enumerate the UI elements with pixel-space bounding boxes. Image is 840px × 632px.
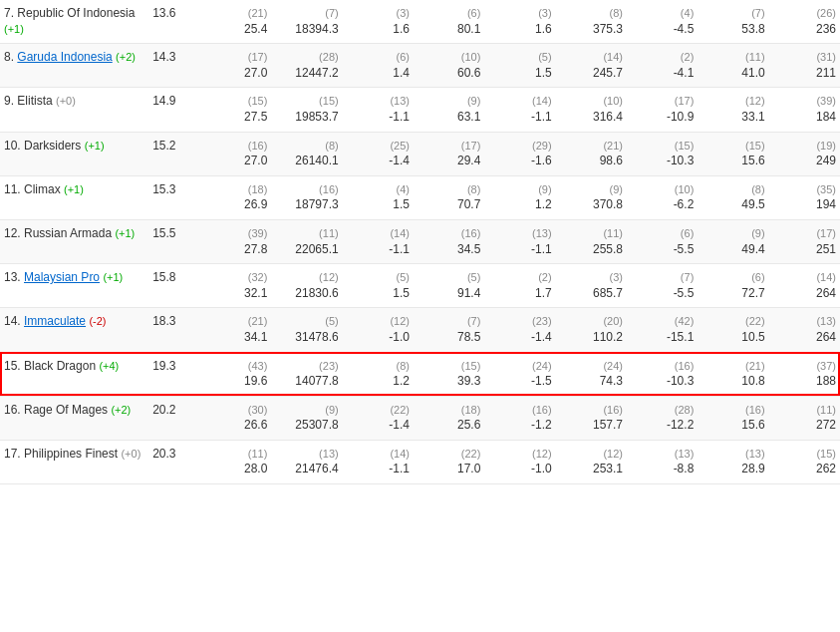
data-col-3: (13)-1.1: [343, 88, 414, 132]
data-col-7: (16)-10.3: [627, 352, 698, 396]
data-col-5: (5)1.5: [484, 44, 555, 88]
col-rank: (13): [319, 448, 339, 460]
data-col-1: (39)27.8: [200, 219, 271, 263]
col-value: 31478.6: [295, 330, 338, 344]
data-col-3: (5)1.5: [343, 264, 414, 308]
col-rank: (21): [745, 360, 765, 372]
rating-value: 20.2: [152, 403, 175, 417]
col-rank: (12): [745, 95, 765, 107]
col-value: 34.5: [457, 242, 480, 256]
col-rank: (12): [319, 271, 339, 283]
col-rank: (15): [745, 140, 765, 152]
team-link[interactable]: Garuda Indonesia: [17, 50, 112, 64]
col-value: 10.8: [741, 374, 764, 388]
rank-change: (+1): [85, 140, 105, 152]
data-col-9: (13)264: [769, 308, 840, 352]
team-link[interactable]: Malaysian Pro: [24, 270, 100, 284]
col-value: 70.7: [457, 197, 480, 211]
col-value: 188: [816, 374, 836, 388]
data-col-8: (21)10.8: [698, 352, 768, 396]
data-col-5: (9)1.2: [484, 175, 555, 219]
col-value: 264: [816, 330, 836, 344]
col-value: 28.0: [244, 462, 267, 475]
team-name-cell: 11. Climax (+1): [0, 175, 148, 219]
col-value: 1.4: [393, 66, 410, 80]
rating-value: 13.6: [152, 6, 175, 20]
data-col-6: (8)375.3: [556, 0, 627, 44]
data-col-8: (9)49.4: [698, 219, 768, 263]
col-rank: (15): [461, 360, 481, 372]
col-rank: (16): [603, 404, 623, 416]
table-row: 7. Republic Of Indonesia (+1)13.6(21)25.…: [0, 0, 840, 44]
data-col-3: (22)-1.4: [343, 396, 414, 440]
col-value: 264: [816, 286, 836, 300]
col-value: 25.6: [457, 418, 480, 432]
col-rank: (7): [751, 7, 764, 19]
rating-value: 15.5: [152, 226, 175, 240]
col-value: -1.4: [389, 418, 410, 432]
data-col-2: (28)12447.2: [271, 44, 342, 88]
col-value: 262: [816, 462, 836, 475]
data-col-4: (10)60.6: [414, 44, 484, 88]
rating-value: 19.3: [152, 359, 175, 373]
data-col-1: (15)27.5: [200, 88, 271, 132]
col-value: 370.8: [593, 197, 623, 211]
rank-change: (-2): [89, 315, 106, 327]
col-value: 26.6: [244, 418, 267, 432]
col-value: -5.5: [674, 242, 695, 256]
data-col-9: (26)236: [769, 0, 840, 44]
data-col-7: (17)-10.9: [627, 88, 698, 132]
col-value: 251: [816, 242, 836, 256]
col-value: 184: [816, 110, 836, 124]
col-rank: (15): [675, 140, 695, 152]
rating-cell: 13.6: [148, 0, 200, 44]
col-value: 685.7: [593, 286, 623, 300]
rank-number: 17. Philippines Finest: [4, 447, 118, 461]
rank-change: (+1): [115, 227, 135, 239]
team-name-cell: 16. Rage Of Mages (+2): [0, 396, 148, 440]
data-col-6: (10)316.4: [556, 88, 627, 132]
col-value: 72.7: [741, 286, 764, 300]
col-rank: (23): [319, 360, 339, 372]
col-rank: (16): [745, 404, 765, 416]
rank-number: 11. Climax: [4, 182, 61, 196]
data-col-8: (15)15.6: [698, 132, 768, 175]
col-rank: (9): [538, 183, 551, 195]
team-link[interactable]: Immaculate: [24, 314, 86, 328]
col-rank: (13): [816, 315, 836, 327]
rank-number: 9. Elitista: [4, 94, 53, 108]
col-value: 17.0: [457, 462, 480, 475]
rank-number: 16. Rage Of Mages: [4, 403, 108, 417]
col-value: 19853.7: [295, 110, 338, 124]
data-col-3: (14)-1.1: [343, 219, 414, 263]
data-col-9: (11)272: [769, 396, 840, 440]
col-rank: (11): [745, 51, 765, 63]
team-name-cell: 14. Immaculate (-2): [0, 308, 148, 352]
col-rank: (17): [816, 227, 836, 239]
data-col-1: (30)26.6: [200, 396, 271, 440]
rank-change: (+1): [4, 23, 24, 35]
data-col-8: (11)41.0: [698, 44, 768, 88]
col-rank: (22): [461, 448, 481, 460]
col-rank: (32): [248, 271, 268, 283]
col-value: -1.1: [389, 242, 410, 256]
col-value: -10.9: [667, 110, 694, 124]
rank-change: (+1): [64, 183, 84, 195]
data-col-3: (14)-1.1: [343, 440, 414, 483]
col-value: 1.2: [393, 374, 410, 388]
table-row: 12. Russian Armada (+1)15.5(39)27.8(11)2…: [0, 219, 840, 263]
col-value: 245.7: [593, 66, 623, 80]
data-col-8: (8)49.5: [698, 175, 768, 219]
table-row: 11. Climax (+1)15.3(18)26.9(16)18797.3(4…: [0, 175, 840, 219]
col-value: 27.8: [244, 242, 267, 256]
data-col-6: (9)370.8: [556, 175, 627, 219]
team-name-cell: 15. Black Dragon (+4): [0, 352, 148, 396]
col-rank: (16): [248, 140, 268, 152]
col-rank: (3): [538, 7, 551, 19]
rating-cell: 15.2: [148, 132, 200, 175]
team-name-cell: 8. Garuda Indonesia (+2): [0, 44, 148, 88]
data-col-5: (14)-1.1: [484, 88, 555, 132]
col-value: 21476.4: [295, 462, 338, 475]
rank-number: 7. Republic Of Indonesia: [4, 6, 135, 20]
col-value: 1.7: [535, 286, 552, 300]
